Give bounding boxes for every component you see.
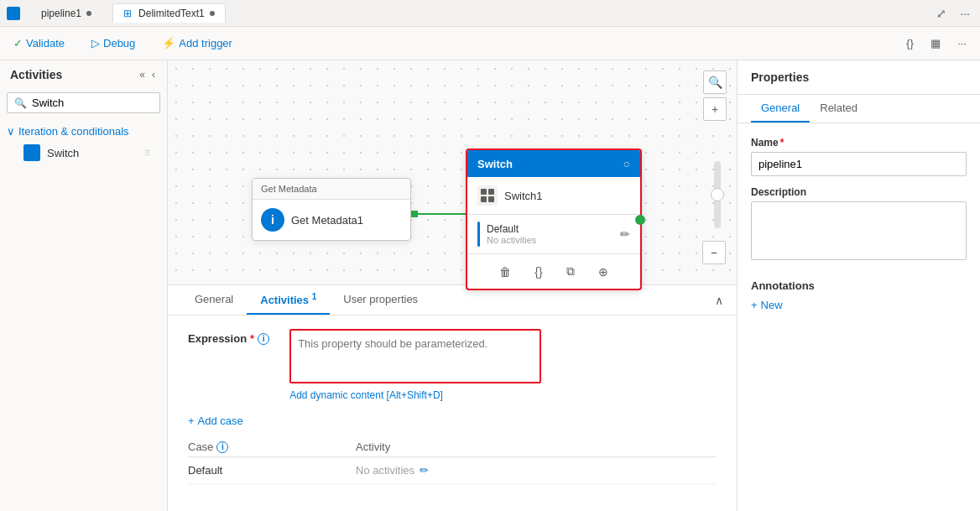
tab-pipeline1-dot (86, 11, 91, 16)
title-right-actions: ⤢ ··· (933, 5, 973, 22)
tab-user-properties[interactable]: User properties (330, 286, 431, 314)
case-col-activity: Activity (356, 441, 390, 453)
right-tab-general[interactable]: General (751, 95, 810, 123)
tab-activities-label: Activities (260, 294, 309, 306)
switch-delete-button[interactable]: 🗑 (494, 262, 516, 282)
node-get-metadata[interactable]: Get Metadata i Get Metadata1 (252, 178, 411, 241)
category-iteration: ∨ Iteration & conditionals Switch ⠿ (0, 120, 167, 169)
canvas-search-button[interactable]: 🔍 (703, 70, 727, 94)
code-button[interactable]: {} (899, 34, 920, 53)
right-panel: Properties General Related Name * Descri… (737, 60, 980, 511)
switch-edit-button[interactable]: ✏ (620, 227, 630, 241)
activity-item-switch[interactable]: Switch ⠿ (7, 139, 160, 166)
more-toolbar-button[interactable]: ··· (951, 34, 973, 53)
tab-pipeline1-label: pipeline1 (41, 8, 81, 19)
tab-general-label: General (195, 293, 233, 305)
node-get-metadata-body: i Get Metadata1 (253, 200, 410, 240)
switch-node-cell-3 (481, 196, 487, 202)
add-trigger-button[interactable]: ⚡ Add trigger (155, 34, 239, 53)
category-label: Iteration & conditionals (18, 125, 129, 138)
switch-node-cell-2 (488, 189, 494, 195)
search-icon: 🔍 (14, 97, 27, 109)
expression-required: * (250, 332, 254, 345)
switch-activity-icon (23, 144, 40, 161)
switch-connector-right (635, 215, 645, 225)
canvas-slider-thumb[interactable] (711, 188, 724, 201)
expression-input-wrap: Add dynamic content [Alt+Shift+D] (289, 329, 541, 401)
case-edit-button[interactable]: ✏ (420, 464, 429, 477)
tab-delimitedtext1-label: DelimitedText1 (138, 8, 205, 19)
switch-default-bar (477, 222, 480, 247)
case-col-case-label: Case (188, 441, 213, 453)
node-switch[interactable]: Switch ○ Switch1 (466, 149, 642, 290)
switch-node-cell-4 (488, 196, 494, 202)
canvas-zoom-in-button[interactable]: + (703, 97, 727, 121)
expression-dynamic-link[interactable]: Add dynamic content [Alt+Shift+D] (289, 389, 541, 401)
case-row-label-default: Default (188, 464, 356, 477)
expression-input[interactable] (289, 329, 541, 383)
main-area: Activities « ‹ 🔍 ∨ Iteration & condition… (0, 60, 980, 511)
more-options-button[interactable]: ··· (957, 5, 973, 22)
expression-label-text: Expression (188, 332, 247, 345)
app-icon (7, 7, 20, 20)
tab-pipeline1[interactable]: pipeline1 (30, 3, 102, 23)
collapse-icon-2[interactable]: ‹ (150, 67, 157, 82)
connector-start (411, 211, 418, 217)
right-tab-general-label: General (761, 102, 800, 114)
switch-code-button[interactable]: {} (529, 262, 547, 282)
category-chevron: ∨ (7, 125, 15, 138)
expression-info-icon[interactable]: i (258, 333, 269, 345)
collapse-icon-1[interactable]: « (138, 67, 147, 82)
add-trigger-label: Add trigger (179, 37, 232, 50)
right-panel-title: Properties (738, 60, 980, 95)
switch-node-label: Switch1 (504, 190, 543, 202)
tab-activities[interactable]: Activities 1 (247, 285, 330, 315)
switch-close-button[interactable]: ○ (623, 157, 630, 170)
switch-icon-cell-4 (33, 154, 39, 159)
title-bar: pipeline1 ⊞ DelimitedText1 ⤢ ··· (0, 0, 980, 27)
switch-icon-cell-3 (25, 154, 31, 159)
bottom-collapse-button[interactable]: ∧ (715, 294, 723, 307)
add-case-button[interactable]: + Add case (188, 415, 243, 427)
switch-addcase-button[interactable]: ⊕ (593, 262, 613, 282)
connector-line (418, 213, 472, 215)
add-case-label: Add case (198, 415, 243, 427)
search-box: 🔍 (7, 92, 160, 113)
validate-icon: ✓ (13, 37, 23, 50)
case-info-icon[interactable]: i (216, 441, 228, 453)
debug-label: Debug (103, 37, 135, 50)
case-col-case: Case i (188, 441, 356, 453)
tab-delimitedtext1[interactable]: ⊞ DelimitedText1 (112, 3, 226, 23)
name-input[interactable] (751, 152, 967, 176)
monitor-button[interactable]: ▦ (924, 34, 947, 53)
right-tab-related-label: Related (820, 102, 858, 114)
description-textarea[interactable] (751, 201, 967, 260)
canvas-zoom-out-button[interactable]: − (702, 241, 726, 264)
canvas-zoom-slider[interactable] (714, 161, 721, 228)
search-input[interactable] (32, 96, 173, 109)
name-label-text: Name (751, 137, 779, 149)
annotations-section: Annotations + New (751, 279, 967, 311)
switch-copy-button[interactable]: ⧉ (561, 261, 580, 282)
switch-header: Switch ○ (467, 150, 640, 177)
case-activity-text: No activities (356, 464, 414, 477)
drag-handle[interactable]: ⠿ (144, 149, 150, 158)
switch-default-sub: No activities (487, 235, 536, 245)
category-header[interactable]: ∨ Iteration & conditionals (7, 123, 160, 139)
right-panel-content: Name * Description Annotations + New (738, 123, 980, 325)
right-tab-related[interactable]: Related (810, 95, 868, 123)
add-annotation-plus-icon: + (751, 299, 758, 311)
tab-general[interactable]: General (181, 286, 247, 314)
add-annotation-button[interactable]: + New (751, 299, 783, 311)
switch-default-text-wrap: Default No activities (487, 223, 536, 245)
validate-button[interactable]: ✓ Validate (7, 34, 71, 53)
case-table: Case i Activity Default No activities ✏ (188, 437, 717, 484)
switch-default-label: Default (487, 223, 536, 235)
sidebar: Activities « ‹ 🔍 ∨ Iteration & condition… (0, 60, 168, 511)
add-case-plus-icon: + (188, 415, 195, 427)
debug-icon: ▷ (91, 37, 100, 50)
switch-icon-cell-2 (33, 146, 39, 152)
toolbar-right: {} ▦ ··· (899, 34, 973, 53)
debug-button[interactable]: ▷ Debug (85, 34, 142, 53)
expand-button[interactable]: ⤢ (933, 5, 950, 22)
